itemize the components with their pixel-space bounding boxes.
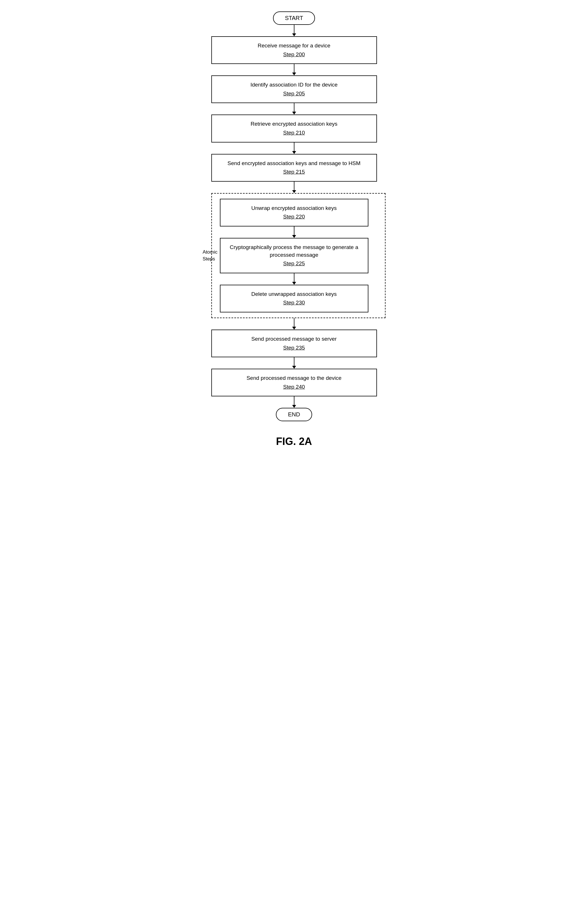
arrow-line bbox=[294, 64, 294, 72]
arrow-head bbox=[292, 72, 296, 75]
arrow-line bbox=[294, 103, 294, 112]
arrow-1 bbox=[292, 25, 296, 36]
arrow-line bbox=[294, 25, 294, 34]
step-200-label: Step 200 bbox=[217, 51, 371, 58]
step-225-box: Cryptographically process the message to… bbox=[220, 238, 368, 273]
step-215-box: Send encrypted association keys and mess… bbox=[211, 154, 377, 182]
atomic-inner: Unwrap encrypted association keys Step 2… bbox=[203, 193, 386, 318]
step-230-box: Delete unwrapped association keys Step 2… bbox=[220, 285, 368, 312]
arrow-head bbox=[292, 151, 296, 154]
step-220-label: Step 220 bbox=[226, 213, 362, 221]
fig-label: FIG. 2A bbox=[276, 436, 312, 447]
arrow-head bbox=[292, 34, 296, 36]
step-235-label: Step 235 bbox=[217, 344, 371, 352]
step-225-label: Step 225 bbox=[226, 260, 362, 268]
step-240-label: Step 240 bbox=[217, 383, 371, 391]
step-205-box: Identify association ID for the device S… bbox=[211, 75, 377, 103]
arrow-line bbox=[294, 142, 294, 151]
arrow-line bbox=[294, 357, 294, 366]
arrow-4 bbox=[292, 142, 296, 154]
start-terminal: START bbox=[273, 11, 315, 25]
arrow-9 bbox=[292, 357, 296, 369]
step-200-box: Receive message for a device Step 200 bbox=[211, 36, 377, 64]
step-205-text: Identify association ID for the device bbox=[250, 82, 338, 88]
atomic-label: Atomic Steps bbox=[203, 249, 217, 262]
step-200-text: Receive message for a device bbox=[257, 43, 331, 49]
end-terminal: END bbox=[276, 408, 312, 421]
step-210-box: Retrieve encrypted association keys Step… bbox=[211, 115, 377, 142]
arrow-head bbox=[292, 235, 296, 238]
step-240-box: Send processed message to the device Ste… bbox=[211, 369, 377, 396]
arrow-head bbox=[292, 405, 296, 408]
arrow-3 bbox=[292, 103, 296, 115]
arrow-head bbox=[292, 327, 296, 329]
arrow-8 bbox=[292, 318, 296, 329]
step-210-label: Step 210 bbox=[217, 129, 371, 137]
arrow-5 bbox=[292, 182, 296, 193]
step-235-box: Send processed message to server Step 23… bbox=[211, 329, 377, 357]
arrow-head bbox=[292, 366, 296, 369]
arrow-line bbox=[294, 273, 294, 282]
step-235-text: Send processed message to server bbox=[251, 336, 337, 342]
arrow-head bbox=[292, 190, 296, 193]
arrow-2 bbox=[292, 64, 296, 75]
arrow-head bbox=[292, 112, 296, 115]
arrow-line bbox=[294, 182, 294, 190]
arrow-7 bbox=[292, 273, 296, 285]
step-215-text: Send encrypted association keys and mess… bbox=[228, 160, 361, 166]
step-230-text: Delete unwrapped association keys bbox=[251, 291, 337, 297]
step-210-text: Retrieve encrypted association keys bbox=[250, 121, 337, 127]
arrow-line bbox=[294, 227, 294, 235]
arrow-head bbox=[292, 282, 296, 285]
arrow-6 bbox=[292, 227, 296, 238]
atomic-label-line2: Steps bbox=[203, 256, 217, 262]
step-240-text: Send processed message to the device bbox=[247, 375, 341, 381]
arrow-line bbox=[294, 318, 294, 327]
step-225-text: Cryptographically process the message to… bbox=[230, 244, 358, 258]
arrow-line bbox=[294, 396, 294, 405]
step-220-box: Unwrap encrypted association keys Step 2… bbox=[220, 199, 368, 227]
step-220-text: Unwrap encrypted association keys bbox=[251, 205, 337, 211]
step-230-label: Step 230 bbox=[226, 299, 362, 307]
step-205-label: Step 205 bbox=[217, 90, 371, 98]
arrow-10 bbox=[292, 396, 296, 408]
atomic-label-line1: Atomic bbox=[203, 249, 217, 256]
diagram-container: START Receive message for a device Step … bbox=[194, 11, 394, 447]
atomic-wrapper: Atomic Steps Unwrap encrypted associatio… bbox=[203, 193, 386, 318]
step-215-label: Step 215 bbox=[217, 168, 371, 176]
